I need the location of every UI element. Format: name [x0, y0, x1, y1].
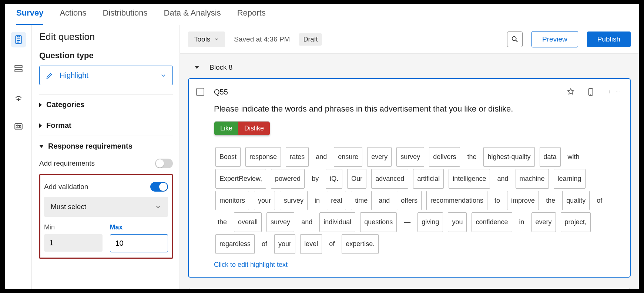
highlight-token[interactable]: giving — [417, 212, 443, 232]
tab-actions[interactable]: Actions — [60, 8, 86, 25]
highlight-token[interactable]: rates — [286, 147, 309, 167]
svg-point-6 — [512, 37, 516, 41]
rail-look-icon[interactable] — [11, 90, 26, 105]
rail-flow-icon[interactable] — [11, 61, 26, 76]
highlight-token[interactable]: intelligence — [449, 169, 490, 189]
highlight-token[interactable]: recommendations — [426, 191, 487, 211]
question-card-q55[interactable]: Q55 Please indicat — [188, 78, 631, 278]
section-categories[interactable]: Categories — [39, 94, 173, 115]
add-requirements-toggle[interactable] — [155, 159, 173, 168]
highlight-token[interactable]: ensure — [334, 147, 362, 167]
highlight-token[interactable]: regardless — [215, 234, 255, 254]
max-label: Max — [110, 223, 168, 231]
highlight-token[interactable]: response — [245, 147, 281, 167]
tools-dropdown[interactable]: Tools — [188, 32, 225, 47]
plain-word: to — [492, 191, 503, 210]
highlight-token[interactable]: offers — [397, 191, 422, 211]
tab-distributions[interactable]: Distributions — [103, 8, 148, 25]
mobile-preview-icon[interactable] — [586, 87, 596, 97]
highlight-tokens: Boost response rates and ensure every su… — [214, 146, 620, 255]
validation-highlight-box: Add validation Must select Min Max — [39, 174, 173, 259]
question-type-select[interactable]: Highlight — [39, 66, 173, 85]
highlight-token[interactable]: advanced — [371, 169, 408, 189]
highlight-token[interactable]: time — [351, 191, 372, 211]
caret-right-icon — [39, 103, 42, 107]
search-button[interactable] — [507, 32, 523, 47]
add-validation-toggle[interactable] — [150, 182, 168, 192]
caret-down-icon — [39, 145, 44, 148]
highlight-token[interactable]: survey — [280, 191, 308, 211]
highlight-icon — [46, 72, 54, 80]
block-name[interactable]: Block 8 — [209, 63, 232, 72]
rail-options-icon[interactable] — [11, 119, 26, 134]
question-type-value: Highlight — [60, 71, 88, 80]
highlight-token[interactable]: questions — [360, 212, 397, 232]
highlight-token[interactable]: improve — [507, 191, 539, 211]
highlight-token[interactable]: quality — [562, 191, 590, 211]
section-format[interactable]: Format — [39, 115, 173, 136]
min-input[interactable] — [44, 234, 103, 252]
highlight-token[interactable]: artificial — [413, 169, 444, 189]
highlight-token[interactable]: Boost — [215, 147, 241, 167]
edit-highlight-link[interactable]: Click to edit highlight text — [214, 261, 620, 269]
plain-word: the — [215, 213, 230, 232]
highlight-token[interactable]: level — [300, 234, 322, 254]
plain-word: in — [312, 191, 323, 210]
highlight-token[interactable]: learning — [554, 169, 586, 189]
rail-build-icon[interactable] — [11, 32, 26, 47]
canvas: Block 8 Q55 — [180, 54, 639, 289]
question-card-q56[interactable]: Q56 — [188, 288, 631, 289]
block-collapse-icon[interactable] — [195, 66, 199, 69]
highlight-token[interactable]: powered — [271, 169, 305, 189]
category-dislike[interactable]: Dislike — [238, 122, 270, 135]
highlight-token[interactable]: your — [274, 234, 295, 254]
highlight-token[interactable]: survey — [266, 212, 294, 232]
validation-type-select[interactable]: Must select — [44, 197, 168, 217]
highlight-token[interactable]: real — [327, 191, 346, 211]
highlight-token[interactable]: machine — [516, 169, 549, 189]
highlight-token[interactable]: individual — [319, 212, 355, 232]
plain-word: and — [313, 148, 330, 166]
highlight-token[interactable]: every — [531, 212, 556, 232]
highlight-token[interactable]: Our — [347, 169, 366, 189]
plain-word: in — [516, 213, 527, 232]
highlight-token[interactable]: data — [540, 147, 561, 167]
chevron-down-icon — [214, 37, 219, 42]
caret-right-icon — [39, 123, 42, 128]
preview-button[interactable]: Preview — [531, 31, 578, 47]
question-more-icon[interactable] — [609, 90, 620, 93]
highlight-token[interactable]: overall — [234, 212, 262, 232]
plain-word: — — [401, 213, 413, 232]
top-nav: Survey Actions Distributions Data & Anal… — [5, 4, 639, 25]
highlight-token[interactable]: monitors — [215, 191, 249, 211]
highlight-token[interactable]: confidence — [472, 212, 512, 232]
highlight-token[interactable]: delivers — [429, 147, 460, 167]
highlight-token[interactable]: expertise. — [342, 234, 379, 254]
highlight-token[interactable]: every — [367, 147, 392, 167]
saved-status: Saved at 4:36 PM — [234, 35, 290, 43]
plain-word: and — [376, 191, 393, 210]
question-prompt[interactable]: Please indicate the words and phrases in… — [214, 104, 620, 114]
highlight-token[interactable]: you — [448, 212, 467, 232]
category-like[interactable]: Like — [214, 122, 238, 135]
publish-button[interactable]: Publish — [587, 32, 631, 47]
highlight-token[interactable]: survey — [396, 147, 424, 167]
tab-reports[interactable]: Reports — [237, 8, 266, 25]
add-requirements-label: Add requirements — [39, 159, 95, 168]
expertreview-icon[interactable] — [566, 87, 576, 96]
highlight-token[interactable]: project, — [561, 212, 591, 232]
tab-data-analysis[interactable]: Data & Analysis — [164, 8, 221, 25]
highlight-token[interactable]: highest-quality — [483, 147, 534, 167]
tab-survey[interactable]: Survey — [16, 8, 43, 25]
chevron-down-icon — [155, 203, 161, 210]
tools-label: Tools — [194, 35, 210, 43]
highlight-token[interactable]: your — [254, 191, 275, 211]
side-panel: Edit question Question type Highlight Ca… — [32, 25, 180, 289]
svg-point-9 — [618, 92, 618, 92]
question-select-checkbox[interactable] — [196, 88, 204, 96]
highlight-token[interactable]: ExpertReview, — [215, 169, 266, 189]
max-input[interactable] — [110, 234, 168, 252]
highlight-token[interactable]: iQ. — [326, 169, 342, 189]
panel-title: Edit question — [39, 31, 173, 43]
section-response-requirements[interactable]: Response requirements — [39, 136, 173, 156]
